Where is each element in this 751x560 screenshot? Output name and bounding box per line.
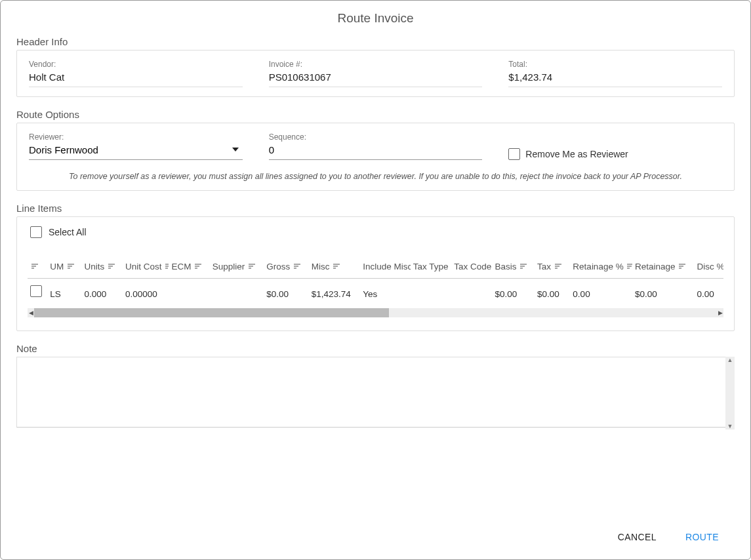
filter-icon[interactable] xyxy=(108,264,115,270)
select-all-row: Select All xyxy=(17,226,734,255)
col-tax-code[interactable]: Tax Code xyxy=(451,255,492,279)
filter-icon[interactable] xyxy=(627,264,632,270)
invoice-value: PS010631067 xyxy=(269,69,483,87)
cell-ecm xyxy=(169,279,209,306)
dialog-actions: CANCEL ROUTE xyxy=(1,515,750,546)
total-field: Total: $1,423.74 xyxy=(508,60,722,87)
note-panel: ▲ ▼ xyxy=(16,357,735,430)
scroll-up-icon[interactable]: ▲ xyxy=(727,357,733,363)
note-section-title: Note xyxy=(16,343,735,354)
col-include-misc[interactable]: Include Misc xyxy=(360,255,411,279)
cell-units: 0.000 xyxy=(82,279,123,306)
col-misc[interactable]: Misc xyxy=(309,255,361,279)
cell-um: LS xyxy=(47,279,81,306)
scrollbar-thumb[interactable] xyxy=(34,308,389,317)
reviewer-select[interactable] xyxy=(29,142,243,160)
filter-icon[interactable] xyxy=(294,264,300,270)
horizontal-scrollbar[interactable]: ◀ ▶ xyxy=(28,308,723,317)
col-um[interactable]: UM xyxy=(47,255,81,279)
col-unit-cost[interactable]: Unit Cost xyxy=(123,255,169,279)
col-units[interactable]: Units xyxy=(82,255,123,279)
sequence-label: Sequence: xyxy=(269,132,483,142)
invoice-label: Invoice #: xyxy=(269,60,483,69)
cell-tax-code xyxy=(451,279,492,306)
cell-gross: $0.00 xyxy=(264,279,308,306)
col-ecm[interactable]: ECM xyxy=(169,255,209,279)
remove-me-checkbox[interactable] xyxy=(508,148,520,160)
note-textarea[interactable] xyxy=(16,357,735,428)
col-retainage-pct[interactable]: Retainage % xyxy=(570,255,632,279)
route-button[interactable]: ROUTE xyxy=(683,528,721,546)
sequence-input[interactable] xyxy=(269,142,483,160)
route-invoice-dialog: Route Invoice Header Info Vendor: Holt C… xyxy=(0,0,751,560)
filter-icon[interactable] xyxy=(520,264,527,270)
scroll-right-icon[interactable]: ▶ xyxy=(717,310,723,316)
select-all-checkbox[interactable] xyxy=(30,226,42,238)
col-supplier[interactable]: Supplier xyxy=(210,255,264,279)
line-items-table: UM Units Unit Cost ECM Supplier Gross Mi… xyxy=(28,255,723,306)
cell-unit-cost: 0.00000 xyxy=(123,279,169,306)
filter-icon[interactable] xyxy=(249,264,255,270)
reviewer-label: Reviewer: xyxy=(29,132,243,142)
col-basis[interactable]: Basis xyxy=(493,255,535,279)
cell-retainage: $0.00 xyxy=(632,279,695,306)
route-options-section-title: Route Options xyxy=(16,109,735,120)
reviewer-field: Reviewer: xyxy=(29,132,243,160)
filter-icon[interactable] xyxy=(31,264,38,270)
route-instruction: To remove yourself as a reviewer, you mu… xyxy=(29,172,722,181)
vendor-label: Vendor: xyxy=(29,60,243,69)
cell-disc-pct: 0.00 xyxy=(695,279,723,306)
vendor-field: Vendor: Holt Cat xyxy=(29,60,243,87)
scroll-left-icon[interactable]: ◀ xyxy=(28,310,34,316)
col-retainage[interactable]: Retainage xyxy=(632,255,695,279)
col-gross[interactable]: Gross xyxy=(264,255,308,279)
line-items-section-title: Line Items xyxy=(16,203,735,214)
cell-retainage-pct: 0.00 xyxy=(570,279,632,306)
note-vertical-scrollbar[interactable]: ▲ ▼ xyxy=(725,357,735,430)
total-value: $1,423.74 xyxy=(508,69,722,87)
col-checkbox[interactable] xyxy=(28,255,47,279)
col-tax-type[interactable]: Tax Type xyxy=(411,255,451,279)
cell-include-misc: Yes xyxy=(360,279,411,306)
filter-icon[interactable] xyxy=(195,264,201,270)
cancel-button[interactable]: CANCEL xyxy=(615,528,659,546)
sequence-field: Sequence: xyxy=(269,132,483,160)
filter-icon[interactable] xyxy=(165,264,169,270)
header-info-panel: Vendor: Holt Cat Invoice #: PS010631067 … xyxy=(16,50,735,97)
line-items-panel: Select All UM Units Unit Co xyxy=(16,216,735,331)
invoice-field: Invoice #: PS010631067 xyxy=(269,60,483,87)
remove-me-row: Remove Me as Reviewer xyxy=(508,148,722,160)
dialog-title: Route Invoice xyxy=(1,1,750,32)
line-items-table-wrap: UM Units Unit Cost ECM Supplier Gross Mi… xyxy=(17,255,734,306)
scrollbar-track[interactable] xyxy=(34,308,717,317)
vendor-value: Holt Cat xyxy=(29,69,243,87)
filter-icon[interactable] xyxy=(68,264,74,270)
filter-icon[interactable] xyxy=(555,264,561,270)
header-info-section-title: Header Info xyxy=(16,36,735,47)
table-row[interactable]: LS 0.000 0.00000 $0.00 $1,423.74 Yes $0.… xyxy=(28,279,723,306)
filter-icon[interactable] xyxy=(333,264,340,270)
cell-tax-type xyxy=(411,279,451,306)
filter-icon[interactable] xyxy=(679,264,685,270)
cell-supplier xyxy=(210,279,264,306)
col-tax[interactable]: Tax xyxy=(535,255,570,279)
remove-me-label: Remove Me as Reviewer xyxy=(525,149,628,159)
cell-basis: $0.00 xyxy=(493,279,535,306)
select-all-label: Select All xyxy=(49,227,87,237)
col-disc-pct[interactable]: Disc % xyxy=(695,255,723,279)
cell-misc: $1,423.74 xyxy=(309,279,361,306)
row-checkbox[interactable] xyxy=(30,285,42,297)
table-header-row: UM Units Unit Cost ECM Supplier Gross Mi… xyxy=(28,255,723,279)
total-label: Total: xyxy=(508,60,722,69)
route-options-panel: Reviewer: Sequence: Remove Me as Reviewe… xyxy=(16,123,735,191)
cell-tax: $0.00 xyxy=(535,279,570,306)
scroll-down-icon[interactable]: ▼ xyxy=(727,423,733,430)
